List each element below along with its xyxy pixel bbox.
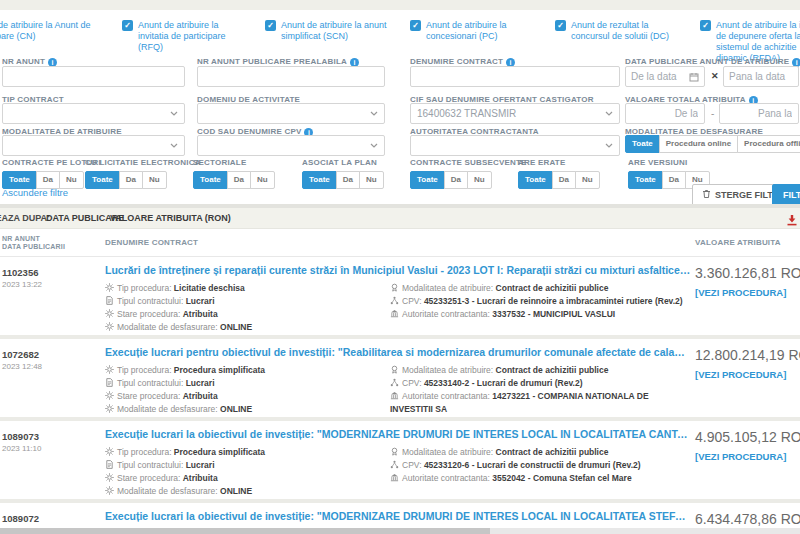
checkbox-checked-icon[interactable]: ✓: [265, 20, 276, 31]
cpv-icon: [390, 460, 402, 472]
toggle-group-label: ARE ERATE: [518, 158, 600, 167]
toggle-option-cu-licitatie-electronica-toate[interactable]: Toate: [85, 171, 120, 189]
details-right-column: Modalitatea de atribuire: Contract de ac…: [390, 282, 686, 334]
toggle-option-are-erate-da[interactable]: Da: [552, 171, 576, 189]
valoare-to-input[interactable]: [719, 103, 799, 124]
detail-line: Stare procedura: Atribuita: [105, 308, 390, 321]
detail-value: 45233251-3 - Lucrari de reinnoire a imbr…: [424, 296, 683, 306]
notice-type-checkbox-3[interactable]: ✓ Anunt de atribuire la anunt simplifica…: [265, 20, 393, 42]
detail-line: Tip procedura: Procedura simplificata: [105, 446, 390, 459]
toggle-option-sectoriale-nu[interactable]: Nu: [250, 171, 275, 189]
toggle-group-cu-licitatie-electronica: CU LICITATIE ELECTRONICA ToateDaNu: [85, 158, 201, 189]
publish-date: 2023 13:22: [2, 280, 98, 289]
checkbox-checked-icon[interactable]: ✓: [410, 20, 421, 31]
gear-icon: [105, 391, 117, 403]
toggle-option-contracte-subsecvente-toate[interactable]: Toate: [410, 171, 445, 189]
autoritate-select[interactable]: [410, 135, 620, 156]
date-to-placeholder: Pana la data: [729, 71, 785, 82]
award-icon: [390, 365, 402, 377]
toggle-option-asociat-la-plan-toate[interactable]: Toate: [302, 171, 337, 189]
view-procedure-link[interactable]: [VEZI PROCEDURA]: [695, 287, 800, 298]
toggle-option-cu-licitatie-electronica-nu[interactable]: Nu: [142, 171, 167, 189]
toggle-option-asociat-la-plan-nu[interactable]: Nu: [359, 171, 384, 189]
detail-label: Tipul contractului:: [117, 296, 186, 306]
contract-title-link[interactable]: Execuție lucrari la obiectivul de invest…: [105, 427, 691, 441]
scrollbar-thumb[interactable]: [0, 528, 490, 534]
chevron-down-icon: [605, 143, 613, 148]
toggle-option-contracte-subsecvente-da[interactable]: Da: [444, 171, 468, 189]
detail-line: Modalitate de desfasurare: ONLINE: [105, 403, 390, 416]
bank-icon: [390, 391, 402, 403]
toggle-option-cu-licitatie-electronica-da[interactable]: Da: [119, 171, 143, 189]
toggle-option-contracte-subsecvente-nu[interactable]: Nu: [467, 171, 492, 189]
detail-line: Stare procedura: Atribuita: [105, 472, 390, 485]
sort-bar: ORDONEAZA DUPA: DATA PUBLICARE VALOARE A…: [0, 208, 800, 229]
gear-icon: [105, 309, 117, 321]
detail-line: Autoritate contractanta: 3552042 - Comun…: [390, 472, 686, 485]
detail-label: Autoritate contractanta:: [402, 309, 492, 319]
cif-ofertant-select[interactable]: 16400632 TRANSMIR: [410, 103, 620, 124]
view-procedure-link[interactable]: [VEZI PROCEDURA]: [695, 451, 800, 462]
contract-title-link[interactable]: Execuție lucrari la obiectivul de invest…: [105, 509, 691, 523]
detail-value: Procedura simplificata: [174, 447, 265, 457]
checkbox-checked-icon[interactable]: ✓: [122, 20, 133, 31]
denumire-contract-input[interactable]: [410, 66, 620, 87]
modalitate-atribuire-select[interactable]: [2, 135, 185, 156]
toggle-option-are-versiuni-toate[interactable]: Toate: [628, 171, 663, 189]
date-from-input[interactable]: De la data: [625, 66, 705, 87]
toggle-option-are-erate-toate[interactable]: Toate: [518, 171, 553, 189]
contract-title-link[interactable]: Execuție lucrari pentru obiectivul de in…: [105, 345, 691, 359]
detail-line: Modalitatea de atribuire: Contract de ac…: [390, 282, 686, 295]
notice-type-checkbox-5[interactable]: ✓ Anunt de rezultat la concursul de solu…: [555, 20, 687, 42]
range-separator: -: [711, 108, 714, 119]
toggle-group-label: ARE VERSIUNI: [628, 158, 710, 167]
sort-by-value[interactable]: VALOARE ATRIBUITA (RON): [110, 213, 231, 223]
view-procedure-link[interactable]: [VEZI PROCEDURA]: [695, 369, 800, 380]
checkbox-checked-icon[interactable]: ✓: [555, 20, 566, 31]
horizontal-scrollbar[interactable]: [0, 528, 800, 534]
detail-value: Licitatie deschisa: [174, 283, 245, 293]
notice-type-checkbox-4[interactable]: ✓ Anunt de atribuire la concesionari (PC…: [410, 20, 538, 42]
contract-title-link[interactable]: Lucrări de întreținere și reparații cure…: [105, 263, 691, 277]
domeniu-select[interactable]: [197, 103, 385, 124]
notice-type-checkbox-2[interactable]: ✓ Anunt de atribuire la invitatia de par…: [122, 20, 250, 53]
cpv-select[interactable]: [197, 135, 385, 156]
toggle-option-sectoriale-toate[interactable]: Toate: [193, 171, 228, 189]
detail-label: Tip procedura:: [117, 365, 174, 375]
notice-type-checkbox-1[interactable]: ✓ Anunt de atribuire la Anunt de partici…: [0, 20, 108, 42]
clear-date-icon[interactable]: ✕: [711, 71, 719, 81]
export-download-icon[interactable]: [786, 212, 798, 224]
detail-label: Modalitatea de atribuire:: [402, 365, 496, 375]
detail-value: Lucrari: [186, 378, 215, 388]
publish-date: 2023 11:10: [2, 444, 98, 453]
checkbox-checked-icon[interactable]: ✓: [700, 20, 711, 31]
chevron-down-icon: [170, 111, 178, 116]
awarded-value: 3.360.126,81 RON: [695, 265, 800, 281]
date-to-input[interactable]: Pana la data: [723, 66, 799, 87]
notice-type-label: Anunt de rezultat la concursul de soluti…: [571, 20, 687, 42]
nr-anunt-publicare-input[interactable]: [197, 66, 385, 87]
column-header-denumire-contract: DENUMIRE CONTRACT: [105, 238, 198, 247]
nr-anunt-input[interactable]: [2, 66, 185, 87]
toggle-option-asociat-la-plan-da[interactable]: Da: [336, 171, 360, 189]
tip-contract-select[interactable]: [2, 103, 185, 124]
award-icon: [390, 447, 402, 459]
hide-filters-link[interactable]: Ascundere filtre: [2, 187, 68, 198]
results-list: 1102356 2023 13:22 Lucrări de întreținer…: [0, 257, 800, 534]
toggle-option-sectoriale-da[interactable]: Da: [227, 171, 251, 189]
valoare-from-input[interactable]: [625, 103, 705, 124]
toggle-option-procedura-offline[interactable]: Procedura offline: [737, 135, 800, 153]
detail-value: ONLINE: [220, 486, 252, 496]
toggle-group-label: CONTRACTE SUBSECVENTE: [410, 158, 527, 167]
toggle-option-procedura-online[interactable]: Procedura online: [659, 135, 738, 153]
calendar-icon[interactable]: [689, 72, 699, 82]
detail-label: Modalitatea de atribuire:: [402, 447, 496, 457]
notice-id: 1102356: [2, 267, 98, 278]
toggle-option-are-versiuni-da[interactable]: Da: [662, 171, 686, 189]
detail-value: Contract de achizitii publice: [496, 447, 609, 457]
detail-value: 3337532 - MUNICIPIUL VASLUI: [492, 309, 615, 319]
toggle-option-are-erate-nu[interactable]: Nu: [575, 171, 600, 189]
toggle-option-toate[interactable]: Toate: [625, 135, 660, 153]
apply-filters-button[interactable]: FILTREAZA: [772, 184, 800, 206]
detail-value: Lucrari: [186, 296, 215, 306]
